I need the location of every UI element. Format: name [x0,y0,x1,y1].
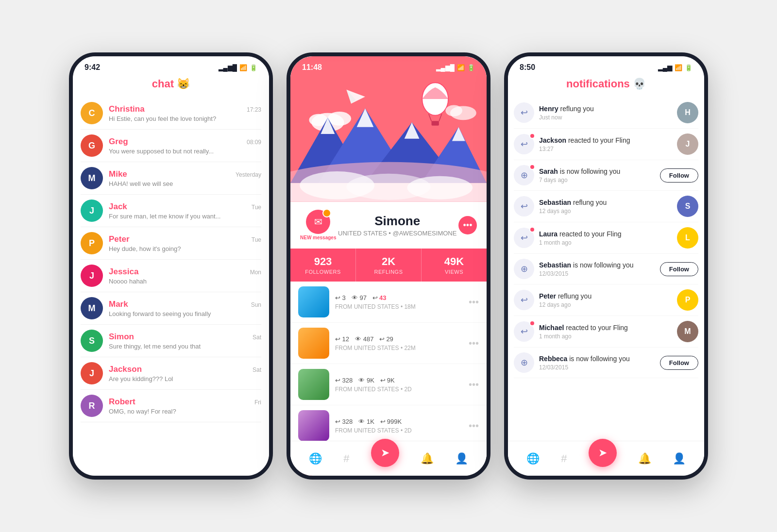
notif-item-henry[interactable]: ↩ Henry reflung you Just now H [514,97,698,129]
notif-item-laura[interactable]: ↩ Laura reacted to your Fling 1 month ag… [514,222,698,254]
notif-icon-wrap-jackson-react: ↩ [514,134,534,154]
avatar-jackson: J [81,362,103,384]
chat-item-mike[interactable]: M Mike Yesterday HAHA! well we will see [81,162,261,195]
post-more-0[interactable]: ••• [469,297,479,308]
post-stats-1: ↩ 12 👁 487 ↩ 29 FROM UNITED STATES • 22M [335,335,463,351]
profile-icon-n[interactable]: 👤 [673,452,686,465]
chat-item-greg[interactable]: G Greg 08:09 You were supposed to but no… [81,130,261,162]
chat-item-mark[interactable]: M Mark Sun Looking forward to seeing you… [81,292,261,325]
chat-preview-simon: Sure thingy, let me send you that [109,343,261,350]
profile-location: UNITED STATES • @AWESOMESIMONE [338,230,456,237]
post-item-0[interactable]: ↩ 3 👁 97 ↩ 43 FROM UNITED STATES • 18M •… [290,282,487,323]
post-more-1[interactable]: ••• [469,338,479,349]
chat-item-peter[interactable]: P Peter Tue Hey dude, how it's going? [81,227,261,260]
chat-item-jessica[interactable]: J Jessica Mon Noooo hahah [81,260,261,292]
hashtag-icon[interactable]: # [343,452,349,465]
chat-name-jackson: Jackson [109,365,142,374]
notif-title: notifications 💀 [508,75,704,97]
notif-content-sebastian-follow: Sebastian is now following you 12/03/201… [539,261,655,277]
notif-content-jackson-react: Jackson reacted to your Fling 13:27 [539,136,672,152]
notif-item-sebastian-follow[interactable]: ⊕ Sebastian is now following you 12/03/2… [514,254,698,284]
chat-time-robert: Fri [254,399,261,406]
profile-name: Simone [338,214,456,229]
notif-item-sarah[interactable]: ⊕ Sarah is now following you 7 days ago … [514,160,698,191]
chat-item-robert[interactable]: R Robert Fri OMG, no way! For real? [81,390,261,422]
chat-name-peter: Peter [109,234,130,244]
globe-icon-n[interactable]: 🌐 [526,452,540,465]
post-origin-2: FROM UNITED STATES • 2D [335,386,463,393]
hero-illustration [290,62,487,202]
new-messages-button[interactable]: ✉ NEW messages [300,210,336,241]
post-likes-2: 9K [387,377,395,384]
notif-badge [529,164,535,170]
notif-icon-wrap-sebastian-follow: ⊕ [514,259,534,279]
profile-hero [290,56,487,202]
chat-item-jack[interactable]: J Jack Tue For sure man, let me know if … [81,195,261,227]
notif-content-laura: Laura reacted to your Fling 1 month ago [539,230,672,246]
signal-icon-n: ▂▄▆ [658,64,672,71]
chat-time-simon: Sat [253,334,261,341]
notif-content-sarah: Sarah is now following you 7 days ago [539,167,655,183]
notif-avatar-sebastian-reflung: S [677,196,698,217]
notif-item-jackson-react[interactable]: ↩ Jackson reacted to your Fling 13:27 J [514,129,698,160]
nm-label: NEW messages [300,235,336,241]
retweet-icon-henry: ↩ [521,107,528,118]
notif-content-rebbeca: Rebbeca is now following you 12/03/2015 [539,354,655,371]
more-options-button[interactable]: ••• [458,216,477,234]
avatar-peter: P [81,232,103,254]
chat-preview-greg: You were supposed to but not really... [109,148,261,155]
phones-container: 9:42 ▂▄▆█ 📶 🔋 chat 😸 C Christina 17:23 H… [69,52,708,480]
bell-icon[interactable]: 🔔 [421,452,434,465]
notif-item-michael[interactable]: ↩ Michael reacted to your Fling 1 month … [514,316,698,348]
post-item-2[interactable]: ↩ 328 👁 9K ↩ 9K FROM UNITED STATES • 2D … [290,364,487,405]
bell-icon-n[interactable]: 🔔 [638,452,651,465]
post-thumb-3 [298,410,329,441]
notif-text-sebastian-reflung: Sebastian reflung you [539,198,672,207]
notif-item-sebastian-reflung[interactable]: ↩ Sebastian reflung you 12 days ago S [514,191,698,222]
avatar-jack: J [81,200,103,222]
stat-label-views: VIEWS [422,269,487,275]
compose-fab-n[interactable]: ➤ [589,439,617,467]
notif-icon-wrap-henry: ↩ [514,102,534,123]
notif-avatar-laura: L [677,227,698,249]
avatar-simon: S [81,330,103,352]
notif-time-peter-reflung: 12 days ago [539,301,672,308]
follow-button-rebbeca[interactable]: Follow [660,356,698,370]
svg-point-12 [445,105,462,116]
chat-preview-robert: OMG, no way! For real? [109,408,261,415]
chat-item-christina[interactable]: C Christina 17:23 Hi Estie, can you feel… [81,97,261,130]
notif-item-rebbeca[interactable]: ⊕ Rebbeca is now following you 12/03/201… [514,348,698,378]
chat-item-simon[interactable]: S Simon Sat Sure thingy, let me send you… [81,325,261,357]
notif-content-sebastian-reflung: Sebastian reflung you 12 days ago [539,198,672,215]
profile-icon[interactable]: 👤 [455,452,468,465]
chat-content-greg: Greg 08:09 You were supposed to but not … [109,137,261,155]
globe-icon[interactable]: 🌐 [309,452,322,465]
status-icons-chat: ▂▄▆█ 📶 🔋 [219,64,257,71]
post-more-2[interactable]: ••• [469,379,479,390]
compose-fab[interactable]: ➤ [371,439,399,467]
status-icons-notif: ▂▄▆ 📶 🔋 [658,64,693,71]
status-bar-notif: 8:50 ▂▄▆ 📶 🔋 [508,56,704,75]
notif-time-michael: 1 month ago [539,333,672,340]
post-retweets-3: ↩ 328 [335,418,353,425]
notif-item-peter-reflung[interactable]: ↩ Peter reflung you 12 days ago P [514,284,698,316]
profile-top: ✉ NEW messages Simone UNITED STATES • @A… [290,202,487,245]
chat-item-jackson[interactable]: J Jackson Sat Are you kidding??? Lol [81,357,261,390]
chat-preview-jessica: Noooo hahah [109,278,261,285]
chat-time-mark: Sun [251,301,261,308]
post-more-3[interactable]: ••• [469,420,479,432]
post-item-1[interactable]: ↩ 12 👁 487 ↩ 29 FROM UNITED STATES • 22M… [290,323,487,364]
hashtag-icon-n[interactable]: # [561,452,567,465]
profile-name-section: Simone UNITED STATES • @AWESOMESIMONE [338,214,456,237]
post-retweets-1: ↩ 12 [335,335,349,343]
chat-time-peter: Tue [252,236,261,243]
post-likes-0: 43 [379,294,386,301]
follow-button-sebastian-follow[interactable]: Follow [660,262,698,276]
notif-badge [529,133,535,139]
chat-content-jessica: Jessica Mon Noooo hahah [109,267,261,285]
follow-button-sarah[interactable]: Follow [660,168,698,183]
chat-title: chat 😸 [73,75,269,97]
chat-preview-jack: For sure man, let me know if you want... [109,213,261,220]
avatar-greg: G [81,134,103,157]
chat-name-christina: Christina [109,104,145,114]
